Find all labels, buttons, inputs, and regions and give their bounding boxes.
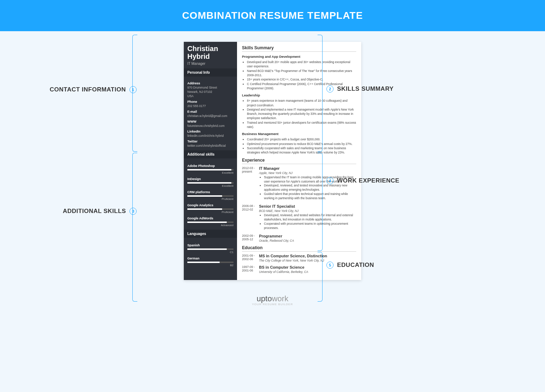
education-date: 2001-09 - 2002-06 (242, 254, 259, 263)
skill-level: Proficient (187, 197, 233, 201)
bracket-skills-summary (318, 35, 323, 152)
language-item: German B2 (187, 257, 233, 267)
skill-name: Google Analytics (187, 203, 233, 207)
personal-info-head: Personal Info (184, 68, 237, 77)
skill-group-item: 8+ years experience in team management (… (247, 99, 356, 107)
job-bullet: Developed, reviewed, and tested websites… (264, 213, 356, 222)
callout-label-3: ADDITIONAL SKILLS (63, 208, 126, 215)
footer: uptowork YOUR RESUME BUILDER (0, 287, 545, 313)
education-org: University of California, Berkeley, CA (259, 270, 356, 274)
canvas: 1 CONTACT INFORMATION 3 ADDITIONAL SKILL… (0, 31, 545, 287)
skill-name: InDesign (187, 177, 233, 181)
languages-head: Languages (184, 230, 237, 238)
footer-brand-b: work (272, 294, 288, 303)
education-head: Education (242, 245, 356, 252)
skill-group-item: Optimized procurement processes to reduc… (247, 142, 356, 146)
skill-group-item: Coordinated 20+ projects with a budget o… (247, 137, 356, 141)
job-org: Oracle, Redwood City, CA (259, 239, 356, 242)
address-line2: Newark, NJ 07102 (187, 90, 233, 94)
skill-group-item: 15+ years experience in C/C++, Cocoa, an… (247, 77, 356, 82)
job-date: 2012-03 - present (242, 166, 259, 202)
footer-brand-a: upto (257, 294, 272, 303)
skill-group-item: Trained and mentored 50+ junior develope… (247, 121, 356, 129)
address-label: Address (187, 82, 233, 85)
job-bullet: Cooperated with procurement teams in opt… (264, 222, 356, 230)
skill-bar (187, 222, 233, 223)
skills-list: Adobe Photoshop Excellent InDesign Excel… (184, 158, 237, 230)
resume-document: Christian Hybrid IT Manager Personal Inf… (184, 42, 361, 280)
skill-group-item: Developed and built 20+ mobile apps and … (247, 60, 356, 69)
callout-num-5: 5 (326, 262, 334, 269)
skill-group-item: Successfully cooperated with sales and m… (247, 146, 356, 155)
skill-level: Excellent (187, 171, 233, 174)
experience-head: Experience (242, 158, 356, 164)
language-item: Spanish C1 (187, 243, 233, 254)
language-bar (187, 262, 233, 263)
callout-label-1: CONTACT INFORMATION (50, 86, 126, 93)
job-bullets: Developed, reviewed, and tested websites… (259, 213, 356, 230)
phone-value: 202 555 0177 (187, 104, 233, 108)
skill-level: Proficient (187, 211, 233, 214)
skill-item: Adobe Photoshop Excellent (187, 164, 233, 174)
skill-item: Google Analytics Proficient (187, 203, 233, 214)
skill-group-items: Coordinated 20+ projects with a budget o… (242, 137, 356, 155)
skill-group-item: Designed and implemented a new IT manage… (247, 107, 356, 121)
skill-name: Google AdWords (187, 217, 233, 220)
skill-name: CRM platforms (187, 190, 233, 194)
address-line3: USA (187, 94, 233, 98)
job-date: 2006-08 - 2012-02 (242, 204, 259, 232)
header-title: COMBINATION RESUME TEMPLATE (182, 10, 363, 21)
job-date: 2002-09 - 2005-12 (242, 234, 259, 243)
languages-list: Spanish C1 German B2 (184, 238, 237, 270)
callout-num-4: 4 (326, 177, 334, 184)
job-bullet: Developed, reviewed, and tested innovati… (264, 184, 356, 192)
bracket-skills-left (132, 153, 137, 302)
page-header: COMBINATION RESUME TEMPLATE (0, 0, 545, 31)
phone-label: Phone (187, 100, 233, 103)
job-title: IT Manager (259, 166, 356, 170)
callout-skills-summary: 2 SKILLS SUMMARY (326, 85, 393, 93)
skill-level: Excellent (187, 184, 233, 187)
job-title: Senior IT Specialist (259, 204, 356, 208)
skill-level: Advanced (187, 224, 233, 227)
language-name: Spanish (187, 243, 233, 247)
language-level: B2 (187, 264, 233, 267)
name-first: Christian (187, 45, 218, 52)
skills-groups: Programming and App Development Develope… (242, 55, 356, 155)
twitter-label: Twitter (187, 140, 233, 143)
bracket-contact (132, 35, 137, 152)
callout-education: 5 EDUCATION (326, 262, 374, 269)
address-line1: 970 Drummond Street (187, 86, 233, 89)
skill-group-title: Business Management (242, 132, 356, 136)
skill-group-item: Named BCD M&E's "Top Programmer of The Y… (247, 69, 356, 78)
callout-num-1: 1 (130, 86, 137, 93)
candidate-name: Christian Hybrid (187, 45, 233, 60)
education-date: 1997-09 - 2001-06 (242, 265, 259, 274)
skill-group-title: Leadership (242, 93, 356, 97)
skill-item: CRM platforms Proficient (187, 190, 233, 201)
name-last: Hybrid (187, 52, 210, 60)
skills-summary-head: Skills Summary (242, 45, 356, 52)
skill-item: Google AdWords Advanced (187, 217, 233, 227)
personal-info: Address 970 Drummond Street Newark, NJ 0… (184, 77, 237, 150)
skill-name: Adobe Photoshop (187, 164, 233, 168)
callout-additional-skills: 3 ADDITIONAL SKILLS (63, 208, 137, 215)
twitter-value: twitter.com/chrishybridofficial (187, 144, 233, 147)
footer-tagline: YOUR RESUME BUILDER (0, 303, 545, 306)
sidebar: Christian Hybrid IT Manager Personal Inf… (184, 42, 237, 280)
language-level: C1 (187, 251, 233, 254)
callout-label-5: EDUCATION (337, 262, 374, 269)
candidate-role: IT Manager (187, 62, 233, 66)
skill-bar (187, 208, 233, 210)
additional-skills-head: Additional skills (184, 150, 237, 158)
job-title: Programmer (259, 234, 356, 238)
language-bar (187, 248, 233, 250)
job-item: 2002-09 - 2005-12 Programmer Oracle, Red… (242, 234, 356, 243)
callout-contact: 1 CONTACT INFORMATION (50, 86, 137, 93)
skill-group-items: 8+ years experience in team management (… (242, 99, 356, 129)
skill-bar (187, 195, 233, 197)
email-label: E-mail (187, 110, 233, 113)
job-org: BCD M&E, New York City, NJ (259, 209, 356, 213)
linkedin-label: LinkedIn (187, 130, 233, 133)
education-title: MS in Computer Science, Distinction (259, 254, 356, 258)
